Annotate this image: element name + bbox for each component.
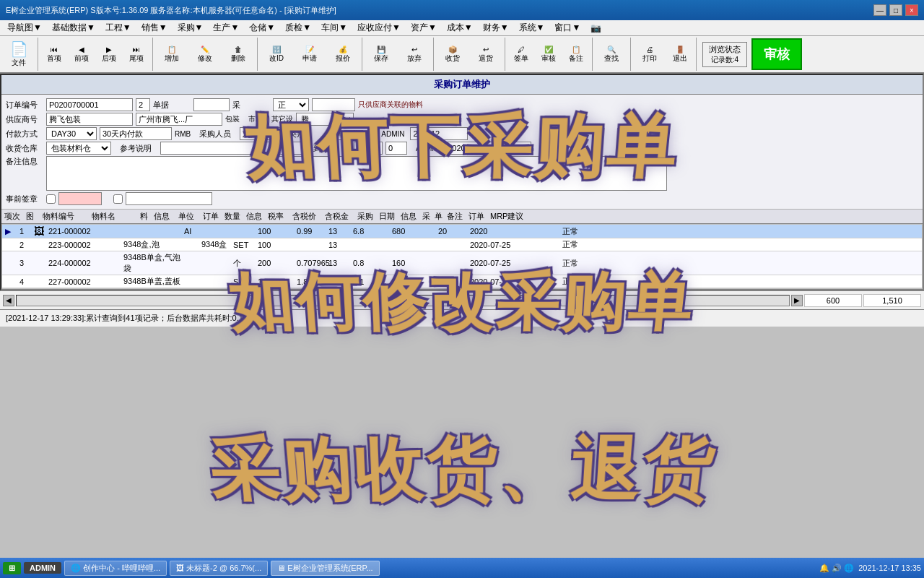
datetime1-input[interactable] [410, 127, 468, 140]
menu-system[interactable]: 系统▼ [515, 20, 549, 35]
scroll-left[interactable]: ◀ [3, 295, 14, 306]
presign-checkbox[interactable] [46, 194, 56, 204]
prev-icon: ◀ [79, 46, 84, 53]
remarks-textarea[interactable] [46, 156, 667, 191]
save-icon: 💾 [377, 46, 385, 53]
purchase-dropdown[interactable]: 正 [273, 98, 309, 111]
taskbar-item-3[interactable]: 🖥 E树企业管理系统(ERP... [271, 561, 379, 576]
table-body: ▶ 1 🖼 221-000002 AI 100 0.99 13 6.8 680 … [1, 224, 923, 289]
sign-button[interactable]: 🖊 签单 [508, 38, 534, 71]
discard-button[interactable]: ↩ 放弃 [398, 38, 430, 71]
system-tray: 🔔 🔊 🌐 [819, 564, 854, 573]
col-detail-label: 采 [422, 211, 430, 222]
scroll-right[interactable]: ▶ [791, 295, 803, 306]
notes-button[interactable]: 📋 备注 [563, 38, 589, 71]
menu-engineering[interactable]: 工程▼ [101, 20, 136, 35]
table-row[interactable]: 3 224-000002 9348B单盒,气泡袋 个 200 0.707965 … [2, 251, 922, 275]
window-controls: — □ × [873, 4, 918, 16]
row-code: 227-000002 [48, 277, 121, 286]
notes-field-input[interactable] [160, 142, 305, 155]
menu-finance[interactable]: 财务▼ [479, 20, 513, 35]
audit-tool-button[interactable]: ✅ 审核 [536, 38, 562, 71]
receive-button[interactable]: 📦 收货 [437, 38, 468, 71]
add-button[interactable]: 📋 增加 [156, 38, 188, 71]
delete-icon: 🗑 [235, 46, 242, 53]
single-input[interactable] [193, 98, 230, 111]
close-btn[interactable]: × [905, 4, 918, 16]
save-id-button[interactable]: 🔢 改ID [261, 38, 292, 71]
menu-assets[interactable]: 资产▼ [406, 20, 441, 35]
presign-row: 事前签章 [6, 192, 918, 205]
maximize-btn[interactable]: □ [889, 4, 902, 16]
purchaser-input[interactable] [240, 127, 283, 140]
h-scrollbar[interactable] [16, 295, 790, 306]
presign-checkbox2[interactable] [113, 194, 123, 204]
search-button[interactable]: 🔍 查找 [596, 38, 627, 71]
menu-camera[interactable]: 📷 [586, 22, 606, 35]
taskbar-item-1[interactable]: 🌐 创作中心 - 哔哩哔哩... [64, 561, 167, 576]
col-rate-label: 税率 [268, 211, 284, 222]
delete-button[interactable]: 🗑 删除 [222, 38, 254, 71]
save-button[interactable]: 💾 保存 [365, 38, 397, 71]
arrival-num-input[interactable] [385, 142, 407, 155]
edit-button[interactable]: ✏️ 修改 [189, 38, 221, 71]
menu-nav[interactable]: 导航图▼ [3, 20, 46, 35]
audit-button[interactable]: 审核 [751, 38, 802, 70]
print-button[interactable]: 🖨 打印 [634, 38, 666, 71]
order-seq-input[interactable] [136, 98, 150, 111]
first-button[interactable]: ⏮ 首项 [41, 38, 67, 71]
menu-base[interactable]: 基础数据▼ [48, 20, 100, 35]
menu-window[interactable]: 窗口▼ [550, 20, 585, 35]
other-dropdown[interactable]: 腾 [296, 113, 354, 126]
form-title: 采购订单维护 [1, 75, 923, 95]
supplier-name-input[interactable] [136, 113, 222, 126]
prev-button[interactable]: ◀ 前项 [69, 38, 95, 71]
col-single-label: 单 [435, 211, 443, 222]
last-button[interactable]: ⏭ 尾项 [123, 38, 149, 71]
first-icon: ⏮ [51, 46, 58, 53]
payment-term-input[interactable] [100, 127, 172, 140]
audit-icon: ✅ [544, 46, 553, 53]
apply-button[interactable]: 📝 申请 [294, 38, 326, 71]
other-label: 其它设 [271, 114, 293, 124]
table-row[interactable]: 2 223-000002 9348盒,泡 9348盒 SET 100 13 20… [2, 238, 922, 251]
type-dropdown[interactable]: 增值税 [329, 127, 372, 140]
start-button[interactable]: ⊞ [3, 562, 21, 574]
table-row[interactable]: ▶ 1 🖼 221-000002 AI 100 0.99 13 6.8 680 … [2, 225, 922, 238]
menu-purchase[interactable]: 采购▼ [173, 20, 208, 35]
purchase-label: 采 [232, 100, 270, 111]
menu-cost[interactable]: 成本▼ [443, 20, 477, 35]
datetime2-input[interactable] [445, 142, 531, 155]
presign-input2[interactable] [126, 192, 212, 205]
tray-icon-1: 🔔 [819, 564, 829, 573]
form-row-3: 付款方式 DAY30 RMB 采购人员 类别 增值税 ADMIN [6, 127, 918, 140]
report-button[interactable]: 💰 报价 [327, 38, 359, 71]
tray-icon-3: 🌐 [844, 564, 854, 573]
file-button[interactable]: 📄 文件 [3, 38, 35, 71]
supplier-hint-input[interactable] [312, 98, 355, 111]
col-date-label: 日期 [379, 211, 395, 222]
menu-workshop[interactable]: 车间▼ [317, 20, 352, 35]
app-title: E树企业管理系统(ERP) S版本号:1.36.09 服务器名称:本机服务器(可… [6, 5, 336, 16]
type-label: 类别 [289, 129, 326, 139]
warehouse-dropdown[interactable]: 包装材料仓 [46, 142, 111, 155]
menu-production[interactable]: 生产▼ [209, 20, 243, 35]
payment-dropdown[interactable]: DAY30 [46, 127, 97, 140]
menu-sales[interactable]: 销售▼ [137, 20, 172, 35]
status-message: [2021-12-17 13:29:33]:累计查询到41项记录；后台数据库共耗… [6, 313, 263, 324]
arrival-rate-input[interactable] [354, 142, 383, 155]
menu-warehouse[interactable]: 仓储▼ [245, 20, 279, 35]
order-no-input[interactable] [46, 98, 133, 111]
menu-ar-ap[interactable]: 应收应付▼ [353, 20, 405, 35]
row-purchase: 20 [438, 227, 467, 236]
menu-quality[interactable]: 质检▼ [281, 20, 315, 35]
minimize-btn[interactable]: — [873, 4, 886, 16]
exit-button[interactable]: 🚪 退出 [667, 38, 693, 71]
supplier-input[interactable] [46, 113, 133, 126]
next-button[interactable]: ▶ 后项 [96, 38, 122, 71]
taskbar-item-2[interactable]: 🖼 未标题-2 @ 66.7%(... [170, 561, 268, 576]
exit-icon: 🚪 [676, 46, 684, 53]
presign-input[interactable] [58, 192, 102, 205]
return-button[interactable]: ↩ 退货 [470, 38, 502, 71]
table-row[interactable]: 4 227-000002 9348B单盖,盖板 SET 100 1.858407… [2, 275, 922, 288]
